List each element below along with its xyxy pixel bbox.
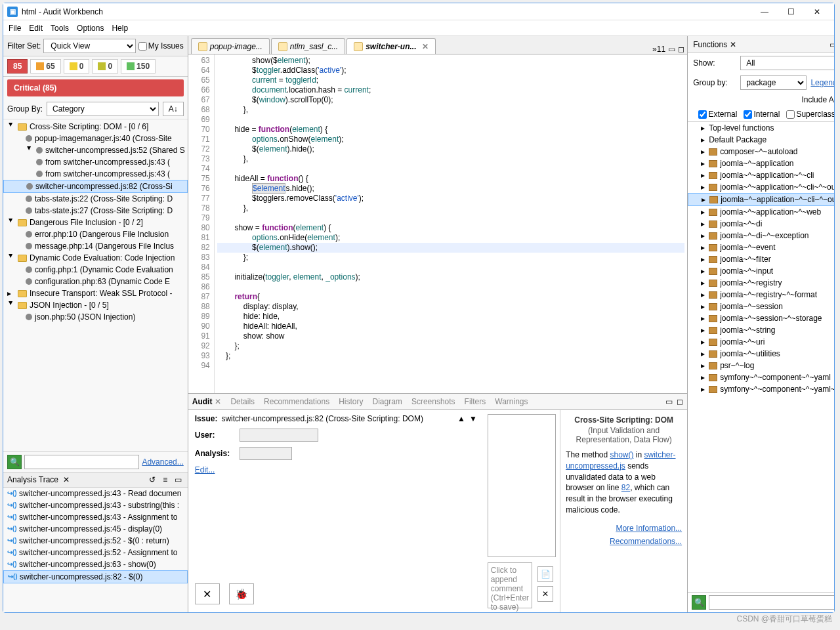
prev-issue-icon[interactable]: ▲ [457, 414, 465, 423]
package-item[interactable]: joomla~^~application~^~web [688, 206, 834, 218]
analysis-trace-list[interactable]: ↪() switcher-uncompressed.js:43 - Read d… [3, 488, 188, 612]
comment-input[interactable]: Click to append comment (Ctrl+Enter to s… [488, 562, 532, 608]
trace-item[interactable]: ↪() switcher-uncompressed.js:52 - $(0 : … [3, 535, 188, 547]
minimize-icon[interactable]: ▭ [668, 45, 675, 54]
package-item[interactable]: joomla~^~uri [688, 336, 834, 348]
issue-item[interactable]: from switcher-uncompressed.js:43 ( [3, 168, 188, 180]
search-icon[interactable]: 🔍 [692, 595, 706, 610]
issue-item[interactable]: tabs-state.js:22 (Cross-Site Scripting: … [3, 193, 188, 205]
issue-item[interactable]: Dynamic Code Evaluation: Code Injection [3, 252, 188, 264]
editor-tab[interactable]: switcher-un...✕ [346, 38, 435, 54]
sort-button[interactable]: A↓ [163, 102, 184, 116]
trace-item[interactable]: ↪() switcher-uncompressed.js:45 - displa… [3, 523, 188, 535]
issue-item[interactable]: popup-imagemanager.js:40 (Cross-Site [3, 133, 188, 144]
issue-item[interactable]: tabs-state.js:27 (Cross-Site Scripting: … [3, 205, 188, 217]
severity-sev-crit[interactable]: 85 [7, 59, 28, 74]
package-item[interactable]: joomla~^~application~^~cli~^~outp [688, 193, 834, 206]
delete-comment-icon[interactable]: ✕ [537, 586, 553, 602]
issue-item[interactable]: json.php:50 (JSON Injection) [3, 311, 188, 323]
trace-menu-icon[interactable]: ≡ [160, 474, 171, 485]
code-editor[interactable]: 6364656667686970717273747576777879808182… [188, 54, 687, 393]
package-item[interactable]: symfony~^~component~^~yaml~^~ [688, 383, 834, 395]
maximize-button[interactable]: ☐ [778, 5, 804, 19]
package-item[interactable]: joomla~^~application~^~cli [688, 169, 834, 181]
next-issue-icon[interactable]: ▼ [469, 414, 477, 423]
package-item[interactable]: joomla~^~utilities [688, 348, 834, 360]
minimize-icon[interactable]: ▭ [665, 397, 673, 406]
trace-item[interactable]: ↪() switcher-uncompressed.js:43 - substr… [3, 499, 188, 511]
issue-item[interactable]: message.php:14 (Dangerous File Inclus [3, 240, 188, 252]
close-icon[interactable]: ✕ [61, 474, 72, 485]
package-item[interactable]: joomla~^~string [688, 324, 834, 336]
audit-tab-diagram[interactable]: Diagram [373, 397, 402, 406]
audit-tab-recommendations[interactable]: Recommendations [264, 397, 329, 406]
package-item[interactable]: joomla~^~session [688, 301, 834, 312]
search-icon[interactable]: 🔍 [7, 455, 22, 469]
bug-button[interactable]: 🐞 [229, 583, 254, 604]
menu-help[interactable]: Help [112, 24, 128, 33]
trace-item[interactable]: ↪() switcher-uncompressed.js:82 - $(0) [3, 570, 188, 583]
issue-item[interactable]: Insecure Transport: Weak SSL Protocol - [3, 287, 188, 299]
severity-sev-low[interactable]: 150 [121, 59, 156, 74]
group-by-select[interactable]: Category [47, 102, 159, 116]
package-item[interactable]: Default Package [688, 134, 834, 146]
internal-checkbox[interactable]: Internal [744, 110, 780, 119]
audit-tab-details[interactable]: Details [230, 397, 255, 406]
package-item[interactable]: psr~^~log [688, 360, 834, 371]
package-item[interactable]: joomla~^~input [688, 265, 834, 277]
audit-tab-audit[interactable]: Audit [192, 397, 213, 406]
summary-method-link[interactable]: show() [610, 450, 634, 459]
superclasses-checkbox[interactable]: Superclasses [786, 110, 834, 119]
maximize-icon[interactable]: ◻ [677, 397, 683, 406]
issue-item[interactable]: configuration.php:63 (Dynamic Code E [3, 276, 188, 287]
issue-item[interactable]: JSON Injection - [0 / 5] [3, 299, 188, 311]
fn-show-select[interactable]: All [740, 56, 834, 70]
legend-link[interactable]: Legend... [810, 78, 834, 87]
trace-tool-icon[interactable]: ↺ [147, 474, 158, 485]
severity-sev-med2[interactable]: 0 [92, 59, 118, 74]
advanced-link[interactable]: Advanced... [142, 457, 183, 467]
close-button[interactable]: ✕ [804, 5, 830, 19]
editor-tab[interactable]: popup-image... [191, 38, 270, 54]
analysis-field[interactable] [240, 447, 292, 460]
issue-item[interactable]: from switcher-uncompressed.js:43 ( [3, 156, 188, 168]
issue-item[interactable]: error.php:10 (Dangerous File Inclusion [3, 228, 188, 240]
minimize-icon[interactable]: ▭ [830, 40, 834, 49]
trace-item[interactable]: ↪() switcher-uncompressed.js:43 - Assign… [3, 511, 188, 523]
audit-tab-warnings[interactable]: Warnings [495, 397, 528, 406]
user-field[interactable] [240, 429, 318, 442]
maximize-icon[interactable]: ◻ [678, 45, 684, 54]
tab-overflow[interactable]: »11 [652, 45, 665, 54]
issue-item[interactable]: switcher-uncompressed.js:82 (Cross-Si [3, 180, 188, 193]
issue-search-input[interactable] [24, 455, 139, 469]
package-item[interactable]: joomla~^~di~^~exception [688, 230, 834, 242]
my-issues-checkbox[interactable]: My Issues [138, 41, 184, 51]
package-item[interactable]: Top-level functions [688, 122, 834, 134]
issue-tree[interactable]: Cross-Site Scripting: DOM - [0 / 6] popu… [3, 119, 188, 452]
issue-item[interactable]: config.php:1 (Dynamic Code Evaluation [3, 264, 188, 276]
minimize-icon[interactable]: ▭ [173, 474, 184, 485]
issue-item[interactable]: Cross-Site Scripting: DOM - [0 / 6] [3, 121, 188, 133]
summary-line-link[interactable]: 82 [621, 483, 630, 492]
audit-tab-history[interactable]: History [339, 397, 363, 406]
package-item[interactable]: composer~^~autoload [688, 146, 834, 158]
issue-item[interactable]: Dangerous File Inclusion - [0 / 2] [3, 217, 188, 228]
package-item[interactable]: joomla~^~session~^~storage [688, 312, 834, 324]
package-item[interactable]: symfony~^~component~^~yaml [688, 371, 834, 383]
package-tree[interactable]: Top-level functionsDefault Package compo… [688, 122, 834, 592]
trace-item[interactable]: ↪() switcher-uncompressed.js:63 - show(0… [3, 558, 188, 570]
package-item[interactable]: joomla~^~di [688, 218, 834, 230]
recommendations-link[interactable]: Recommendations... [566, 537, 682, 546]
trace-item[interactable]: ↪() switcher-uncompressed.js:52 - Assign… [3, 547, 188, 558]
package-item[interactable]: joomla~^~filter [688, 253, 834, 265]
minimize-button[interactable]: — [751, 5, 778, 19]
close-icon[interactable]: ✕ [730, 40, 736, 49]
audit-notes-box[interactable] [488, 414, 556, 557]
package-item[interactable]: joomla~^~application~^~cli~^~outp [688, 181, 834, 193]
package-item[interactable]: joomla~^~registry~^~format [688, 289, 834, 301]
severity-sev-med[interactable]: 0 [64, 59, 90, 74]
more-info-link[interactable]: More Information... [566, 524, 682, 533]
audit-tab-screenshots[interactable]: Screenshots [411, 397, 455, 406]
menu-tools[interactable]: Tools [51, 24, 69, 33]
audit-tab-filters[interactable]: Filters [465, 397, 486, 406]
